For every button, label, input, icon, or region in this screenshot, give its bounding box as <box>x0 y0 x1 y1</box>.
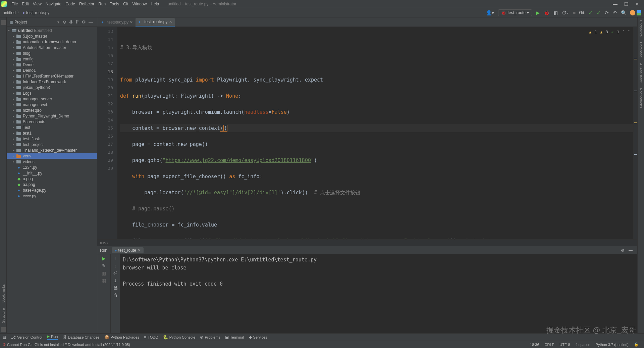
search-button[interactable]: 🔍 <box>619 10 629 15</box>
menu-window[interactable]: Window <box>130 1 149 7</box>
tree-row[interactable]: ▸venv <box>7 153 97 159</box>
status-eol[interactable]: CRLF <box>545 343 554 347</box>
menu-file[interactable]: File <box>9 1 20 7</box>
down-stack-icon[interactable]: ↓ <box>114 263 116 268</box>
print-icon[interactable]: 🖶 <box>113 285 118 291</box>
git-history-button[interactable]: ⟳ <box>603 10 611 15</box>
database-tab[interactable]: Database <box>638 39 644 60</box>
chevron-up-icon[interactable]: ˄ <box>623 28 625 36</box>
python-packages-tool[interactable]: 📦Python Packages <box>104 335 140 340</box>
tree-row[interactable]: ▸Test <box>7 125 97 130</box>
tree-row[interactable]: ▸Screenshots <box>7 119 97 125</box>
profile-button[interactable]: ⏱▾ <box>560 10 571 15</box>
tree-row[interactable]: ▸videos <box>7 159 97 164</box>
run-tool[interactable]: ▶Run <box>47 334 58 340</box>
add-user-icon[interactable]: 👤▾ <box>484 10 496 15</box>
git-update-button[interactable]: ✓ <box>587 10 595 15</box>
notifications-tab[interactable]: Notifications <box>638 85 644 111</box>
git-rollback-button[interactable]: ↶ <box>611 10 619 15</box>
select-opened-file-icon[interactable]: ⊙ <box>61 19 68 24</box>
status-interpreter[interactable]: Python 3.7 (untitled) <box>596 343 629 347</box>
coverage-button[interactable]: ◧ <box>551 10 560 15</box>
endpoints-tab[interactable]: Endpoints <box>638 17 644 39</box>
tree-row[interactable]: ▸HTMLTestRunnerCN-master <box>7 73 97 79</box>
problems-tool[interactable]: ⊘Problems <box>200 335 220 340</box>
terminal-tool[interactable]: ▣Terminal <box>225 335 244 340</box>
tree-row[interactable]: ●1234.py <box>7 164 97 170</box>
tree-row[interactable]: ●__init__.py <box>7 170 97 176</box>
structure-tab[interactable]: Structure <box>1 305 6 326</box>
close-tab-icon[interactable]: ✕ <box>130 20 133 24</box>
debug-button[interactable]: 🐞 <box>542 10 551 15</box>
menu-edit[interactable]: Edit <box>20 1 31 7</box>
run-button[interactable]: ▶ <box>534 10 542 15</box>
pin-button[interactable]: ▦ <box>102 270 106 276</box>
tree-row[interactable]: ▸test_project <box>7 142 97 147</box>
run-config-selector[interactable]: 🐞 test_route ▾ <box>498 9 532 16</box>
tree-row[interactable]: ▾untitledE:\untitled <box>7 28 97 33</box>
tree-row[interactable]: ▸manager_server <box>7 96 97 102</box>
tab-test-route[interactable]: ● test_route.py ✕ <box>136 18 174 27</box>
breadcrumb-bar[interactable]: run() <box>97 239 637 246</box>
menu-tools[interactable]: Tools <box>108 1 121 7</box>
tree-row[interactable]: ▸jiekou_python3 <box>7 85 97 90</box>
menu-git[interactable]: Git <box>121 1 130 7</box>
run-settings-icon[interactable]: ⚙ <box>619 248 627 253</box>
tab-teststudy[interactable]: ● teststudy.py ✕ <box>99 18 136 27</box>
menu-help[interactable]: Help <box>149 1 161 7</box>
python-console-tool[interactable]: 🐍Python Console <box>163 335 196 340</box>
status-indent[interactable]: 4 spaces <box>576 343 590 347</box>
git-commit-button[interactable]: ✓ <box>595 10 603 15</box>
rerun-button[interactable]: ▶ <box>102 256 106 261</box>
code-area[interactable]: ▲1 ▲3 ✓1 ˄ ˅ # 3.导入模块 from playwright.sy… <box>117 27 633 239</box>
tree-row[interactable]: ▸Demo1 <box>7 67 97 73</box>
collapse-all-icon[interactable]: ⇈ <box>74 19 80 24</box>
chevron-down-icon[interactable]: ˅ <box>628 28 630 36</box>
menu-navigate[interactable]: Navigate <box>44 1 63 7</box>
status-message[interactable]: Cannot Run Git: Git is not installed // … <box>7 343 130 347</box>
project-tree[interactable]: ▾untitledE:\untitled▸51job_master▸automa… <box>7 27 97 333</box>
tree-row[interactable]: ▸Demo <box>7 62 97 67</box>
tree-row[interactable]: ▸51job_master <box>7 33 97 39</box>
tree-row[interactable]: ▸Thailand_xsteach_dev-master <box>7 147 97 153</box>
hide-run-panel-icon[interactable]: — <box>627 248 635 253</box>
layout-button[interactable]: ▦ <box>102 278 106 283</box>
ai-assistant-tab[interactable]: AI Assistant <box>638 60 644 85</box>
settings-icon[interactable]: ⚙ <box>80 19 87 24</box>
stop-run-button[interactable]: ✎ <box>102 263 106 268</box>
delete-icon[interactable]: 🗑 <box>113 293 118 298</box>
scroll-end-icon[interactable]: ⤓ <box>113 278 117 283</box>
close-window-button[interactable]: ✕ <box>632 1 643 7</box>
version-control-tool[interactable]: ⎇Version Control <box>11 335 42 340</box>
error-stripe[interactable] <box>633 27 637 239</box>
menu-code[interactable]: Code <box>63 1 77 7</box>
stop-button[interactable]: ■ <box>571 10 578 15</box>
tree-row[interactable]: ▸InterfaceTestFramework <box>7 79 97 85</box>
tree-row[interactable]: ▸blog <box>7 50 97 56</box>
soft-wrap-icon[interactable]: ⏎ <box>113 270 117 276</box>
menu-run[interactable]: Run <box>96 1 108 7</box>
maximize-button[interactable]: ❐ <box>621 1 632 7</box>
tree-row[interactable]: ▸manager_web <box>7 102 97 107</box>
tree-row[interactable]: ▸automation_framework_demo <box>7 39 97 45</box>
tree-row[interactable]: ▸Logs <box>7 90 97 96</box>
close-tab-icon[interactable]: ✕ <box>169 20 172 24</box>
tree-row[interactable]: ▸config <box>7 56 97 62</box>
menu-view[interactable]: View <box>31 1 44 7</box>
bookmarks-tab[interactable]: Bookmarks <box>1 282 6 305</box>
status-encoding[interactable]: UTF-8 <box>559 343 570 347</box>
tree-row[interactable]: ▸Python_Playwright_Demo <box>7 113 97 119</box>
shield-icon[interactable] <box>637 10 641 15</box>
todo-tool[interactable]: ≡TODO <box>144 335 158 340</box>
left-strip-toggle[interactable] <box>1 327 6 332</box>
expand-all-icon[interactable]: ⇊ <box>68 19 74 24</box>
up-stack-icon[interactable]: ↑ <box>114 256 116 261</box>
hide-panel-icon[interactable]: — <box>87 19 94 24</box>
tree-row[interactable]: ◆a.png <box>7 176 97 182</box>
tree-row[interactable]: ●cccc.py <box>7 193 97 199</box>
inspection-strip[interactable]: ▲1 ▲3 ✓1 ˄ ˅ <box>589 28 630 36</box>
services-tool[interactable]: ◆Services <box>249 335 267 340</box>
tree-row[interactable]: ▸test_flask <box>7 136 97 142</box>
bottom-toggle-icon[interactable]: ▦ <box>3 335 6 340</box>
console-output[interactable]: D:\software\Python\Python37\python.exe E… <box>120 254 637 333</box>
